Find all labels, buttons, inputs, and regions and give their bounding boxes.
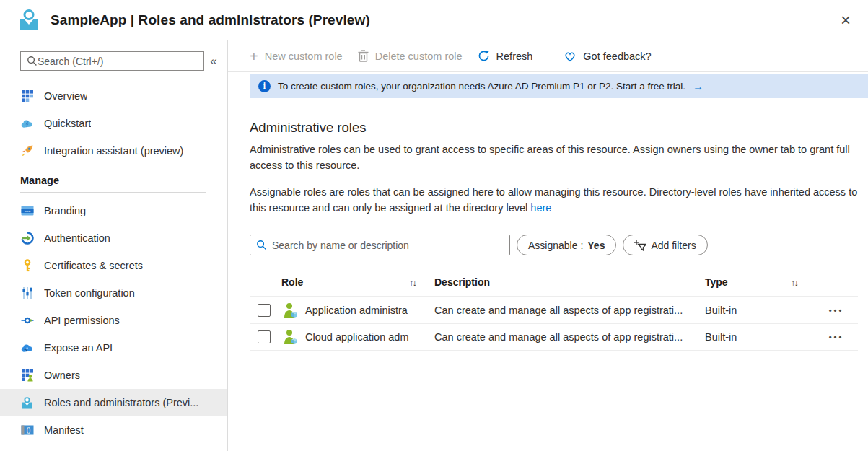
toolbar: + New custom role Delete custom role [228, 40, 868, 72]
new-custom-role-label: New custom role [265, 51, 343, 62]
role-type: Built-in [705, 305, 815, 316]
browser-window-icon: www [20, 204, 34, 218]
row-menu-icon[interactable]: ••• [815, 333, 858, 341]
sidebar-item-token-configuration[interactable]: Token configuration [0, 279, 227, 307]
sidebar-item-quickstart[interactable]: Quickstart [0, 110, 227, 137]
role-name[interactable]: Cloud application adm [305, 331, 408, 343]
paragraph-2-text: Assignable roles are roles that can be a… [250, 186, 857, 214]
sidebar-item-label: Manifest [44, 424, 84, 436]
grid-person-icon [20, 369, 34, 382]
page-title: SampleApp | Roles and administrators (Pr… [51, 12, 370, 28]
sidebar-item-authentication[interactable]: Authentication [0, 224, 227, 252]
heart-icon [564, 50, 577, 62]
toolbar-divider [548, 48, 548, 64]
table-row[interactable]: Application administra Can create and ma… [250, 296, 858, 323]
sign-in-arrow-icon [20, 232, 34, 245]
sidebar-item-label: API permissions [44, 315, 120, 326]
sidebar-item-certificates-secrets[interactable]: Certificates & secrets [0, 252, 227, 279]
refresh-button[interactable]: Refresh [478, 50, 533, 62]
role-person-icon [281, 328, 299, 346]
code-window-icon: () [20, 424, 34, 437]
blade-header: SampleApp | Roles and administrators (Pr… [0, 0, 868, 40]
add-filters-button[interactable]: Add filters [623, 235, 707, 255]
sidebar-item-label: Authentication [44, 232, 110, 244]
row-menu-icon[interactable]: ••• [815, 306, 858, 315]
sidebar-item-api-permissions[interactable]: API permissions [0, 307, 227, 334]
sidebar-item-label: Branding [44, 205, 86, 216]
delete-custom-role-label: Delete custom role [375, 51, 463, 62]
sidebar-search[interactable] [20, 51, 204, 71]
here-link[interactable]: here [530, 202, 551, 214]
main-panel: + New custom role Delete custom role [228, 40, 868, 451]
cloud-api-icon [20, 341, 34, 355]
new-custom-role-button[interactable]: + New custom role [250, 49, 343, 64]
sidebar-search-input[interactable] [38, 56, 198, 67]
assignable-filter-label: Assignable : [528, 240, 583, 251]
sidebar-item-label: Certificates & secrets [44, 260, 143, 271]
add-filters-label: Add filters [651, 240, 696, 251]
sidebar-item-roles-and-administrators[interactable]: Roles and administrators (Previ... [0, 389, 227, 416]
app-icon [17, 9, 40, 32]
cloud-bolt-icon [20, 117, 34, 131]
filter-bar: Assignable : Yes Add filters [250, 235, 858, 255]
sidebar-item-overview[interactable]: Overview [0, 82, 227, 110]
table-header-row: Role ↑↓ Description Type ↑↓ [250, 268, 858, 296]
sidebar-item-label: Owners [44, 369, 80, 381]
divider [20, 192, 206, 193]
sidebar-item-owners[interactable]: Owners [0, 362, 227, 389]
refresh-icon [478, 50, 490, 62]
sidebar-item-label: Expose an API [44, 342, 113, 354]
info-banner[interactable]: i To create custom roles, your organizat… [250, 74, 868, 98]
section-heading: Administrative roles [250, 120, 858, 136]
search-icon [27, 56, 38, 66]
plus-icon: + [250, 49, 258, 64]
svg-text:www: www [24, 209, 30, 213]
sidebar-item-expose-an-api[interactable]: Expose an API [0, 334, 227, 362]
description-paragraph-1: Administrative roles can be used to gran… [250, 141, 858, 173]
sidebar-item-label: Token configuration [44, 287, 135, 299]
got-feedback-label: Got feedback? [583, 51, 651, 62]
search-icon [256, 240, 267, 250]
sidebar-item-manifest[interactable]: () Manifest [0, 416, 227, 444]
sidebar-item-label: Quickstart [44, 118, 91, 129]
role-name[interactable]: Application administra [305, 305, 408, 316]
role-description: Can create and manage all aspects of app… [434, 331, 705, 343]
refresh-label: Refresh [496, 51, 533, 62]
table-row[interactable]: Cloud application adm Can create and man… [250, 323, 858, 351]
sidebar: « Overview [0, 40, 228, 451]
sidebar-item-label: Overview [44, 90, 87, 102]
role-person-icon [281, 302, 299, 319]
sidebar-item-branding[interactable]: www Branding [0, 197, 227, 224]
column-header-role[interactable]: Role [281, 276, 303, 288]
sidebar-item-integration-assistant[interactable]: Integration assistant (preview) [0, 137, 227, 165]
connector-icon [20, 314, 34, 328]
banner-text: To create custom roles, your organizatio… [278, 81, 685, 92]
role-description: Can create and manage all aspects of app… [434, 305, 705, 316]
sidebar-group-manage: Manage [0, 165, 227, 192]
column-header-description[interactable]: Description [434, 276, 490, 288]
svg-text:(): () [26, 426, 30, 434]
roles-table: Role ↑↓ Description Type ↑↓ [250, 268, 858, 351]
add-filter-icon [634, 240, 646, 251]
delete-custom-role-button[interactable]: Delete custom role [358, 50, 463, 62]
role-search[interactable] [250, 235, 510, 255]
grid-icon [20, 89, 34, 103]
person-badge-icon [20, 396, 34, 410]
key-icon [20, 259, 34, 273]
role-search-input[interactable] [272, 240, 504, 251]
got-feedback-button[interactable]: Got feedback? [564, 50, 651, 62]
sidebar-item-label: Integration assistant (preview) [44, 145, 183, 157]
column-header-type[interactable]: Type [705, 276, 728, 288]
assignable-filter-chip[interactable]: Assignable : Yes [517, 235, 616, 255]
sort-icon[interactable]: ↑↓ [409, 277, 416, 288]
close-icon[interactable]: × [836, 10, 855, 30]
row-checkbox[interactable] [258, 304, 271, 317]
assignable-filter-value: Yes [587, 240, 605, 251]
arrow-right-icon[interactable]: → [693, 80, 703, 92]
collapse-sidebar-icon[interactable]: « [204, 54, 223, 69]
sidebar-item-label: Roles and administrators (Previ... [44, 397, 198, 408]
row-checkbox[interactable] [258, 330, 271, 343]
sort-icon[interactable]: ↑↓ [791, 277, 797, 288]
role-type: Built-in [705, 331, 815, 343]
info-icon: i [258, 80, 271, 92]
